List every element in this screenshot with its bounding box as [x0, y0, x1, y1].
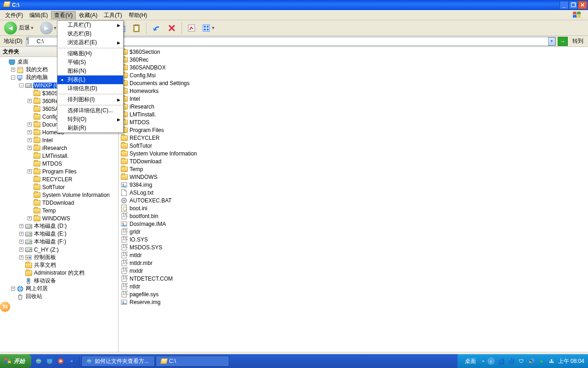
expand-toggle[interactable]: +: [11, 287, 15, 291]
menu-item[interactable]: 缩略图(H): [57, 49, 123, 58]
list-item[interactable]: 101pagefile.sys: [120, 290, 586, 298]
tree-node[interactable]: 共享文档: [1, 261, 118, 269]
close-button[interactable]: ✕: [578, 1, 587, 9]
list-item[interactable]: Intel: [120, 95, 586, 103]
tray-app1-icon[interactable]: 🟦: [498, 357, 505, 365]
tree-node[interactable]: 移动设备: [1, 277, 118, 285]
view-menu-dropdown[interactable]: 工具栏(T)▶状态栏(B)浏览器栏(E)▶缩略图(H)平铺(S)图标(N)•列表…: [57, 20, 124, 133]
tree-node[interactable]: +本地磁盘 (E:): [1, 230, 118, 238]
desktop-label[interactable]: 桌面: [461, 357, 480, 365]
expand-toggle[interactable]: +: [19, 247, 23, 252]
tree-node[interactable]: System Volume Information: [1, 191, 118, 199]
list-item[interactable]: Documents and Settings: [120, 79, 586, 87]
expand-toggle[interactable]: +: [28, 169, 32, 173]
desktop-icon[interactable]: [45, 356, 54, 366]
tray-collapse-icon[interactable]: ‹: [487, 357, 495, 365]
task-button[interactable]: C:\: [156, 356, 229, 367]
expand-toggle[interactable]: +: [28, 138, 32, 142]
tree-node[interactable]: 回收站: [1, 293, 118, 300]
list-item[interactable]: 101NTDETECT.COM: [120, 275, 586, 282]
tree-node[interactable]: +Program Files: [1, 167, 118, 175]
list-item[interactable]: 101MSDOS.SYS: [120, 243, 586, 251]
list-item[interactable]: 101IO.SYS: [120, 236, 586, 243]
views-button[interactable]: ▼: [199, 22, 218, 34]
tree-node[interactable]: +iResearch: [1, 144, 118, 152]
list-item[interactable]: WINDOWS: [120, 173, 586, 181]
list-item[interactable]: System Volume Information: [120, 150, 586, 157]
menu-item[interactable]: 详细信息(D): [57, 84, 123, 93]
menu-item[interactable]: 状态栏(B): [57, 29, 123, 38]
list-item[interactable]: Reserve.img: [120, 298, 586, 306]
menu-0[interactable]: 文件(F): [2, 11, 26, 19]
menu-item[interactable]: 平铺(S): [57, 58, 123, 67]
menu-5[interactable]: 帮助(H): [125, 11, 151, 19]
menu-1[interactable]: 编辑(E): [26, 11, 51, 19]
list-item[interactable]: MTDOS: [120, 118, 586, 126]
list-item[interactable]: AUTOEXEC.BAT: [120, 196, 586, 204]
list-item[interactable]: iResearch: [120, 103, 586, 110]
ie-icon[interactable]: [34, 356, 43, 366]
tray-expand[interactable]: »: [482, 359, 485, 363]
list-item[interactable]: Program Files: [120, 126, 586, 134]
list-item[interactable]: Temp: [120, 165, 586, 173]
list-item[interactable]: 101grldr: [120, 228, 586, 236]
list-item[interactable]: 101mxldr: [120, 267, 586, 275]
menu-item[interactable]: 图标(N): [57, 67, 123, 75]
list-item[interactable]: ASLog.txt: [120, 189, 586, 196]
tray-360-icon[interactable]: ●: [538, 357, 545, 365]
go-button[interactable]: →: [558, 37, 568, 46]
expand-toggle[interactable]: +: [19, 232, 23, 236]
maximize-button[interactable]: ❐: [569, 1, 578, 9]
tree-node[interactable]: TDDownload: [1, 199, 118, 207]
list-item[interactable]: SoftTutor: [120, 142, 586, 150]
tray-volume-icon[interactable]: 🔊: [528, 357, 535, 365]
menu-item[interactable]: 转到(O)▶: [57, 115, 123, 124]
media-icon[interactable]: [56, 356, 65, 366]
task-button[interactable]: 如何让文件夹查看方...: [81, 356, 155, 367]
list-item[interactable]: TDDownload: [120, 157, 586, 165]
list-item[interactable]: 101bootfont.bin: [120, 212, 586, 220]
expand-toggle[interactable]: +: [28, 122, 32, 126]
menu-item[interactable]: •列表(L): [57, 75, 123, 84]
list-item[interactable]: 101mtldr: [120, 251, 586, 259]
menu-4[interactable]: 工具(T): [101, 11, 125, 19]
tree-node[interactable]: +WINDOWS: [1, 214, 118, 222]
tree-node[interactable]: +Intel: [1, 136, 118, 144]
menu-item[interactable]: 排列图标(I)▶: [57, 95, 123, 104]
tray-net-icon[interactable]: 🖧: [548, 357, 555, 365]
back-button[interactable]: ◄后退▼: [2, 22, 37, 34]
tree-node[interactable]: +控制面板: [1, 253, 118, 261]
address-dropdown-button[interactable]: ▼: [548, 37, 555, 46]
expand-toggle[interactable]: -: [19, 83, 23, 87]
list-item[interactable]: RECYCLER: [120, 134, 586, 142]
list-item[interactable]: DosImage.IMA: [120, 220, 586, 228]
tray-app2-icon[interactable]: 🔵: [508, 357, 515, 365]
expand-toggle[interactable]: +: [28, 216, 32, 220]
tree-node[interactable]: MTDOS: [1, 160, 118, 167]
tree-node[interactable]: RECYCLER: [1, 175, 118, 183]
minimize-button[interactable]: _: [560, 1, 569, 9]
undo-button[interactable]: [149, 22, 164, 34]
expand-toggle[interactable]: +: [19, 224, 23, 228]
tray-shield-icon[interactable]: 🛡: [518, 357, 525, 365]
list-item[interactable]: LMTinstall.: [120, 110, 586, 118]
forward-button[interactable]: ►▼: [38, 22, 60, 34]
tree-node[interactable]: +网上邻居: [1, 285, 118, 293]
tree-node[interactable]: SoftTutor: [1, 183, 118, 191]
start-button[interactable]: 开始: [0, 354, 31, 368]
tree-node[interactable]: LMTinstall.: [1, 152, 118, 160]
menu-3[interactable]: 收藏(A): [76, 11, 101, 19]
delete-button[interactable]: [165, 22, 179, 34]
list-item[interactable]: 360Rec: [120, 56, 586, 63]
expand-toggle[interactable]: +: [28, 146, 32, 150]
expand-toggle[interactable]: +: [11, 68, 15, 72]
clock[interactable]: 上午 08:04: [558, 357, 584, 365]
paste-button[interactable]: [130, 22, 143, 34]
tree-node[interactable]: +C_HY (Z:): [1, 246, 118, 253]
list-item[interactable]: Config.Msi: [120, 71, 586, 79]
expand-toggle[interactable]: +: [19, 255, 23, 259]
expand-toggle[interactable]: +: [28, 130, 32, 134]
menu-2[interactable]: 查看(V): [51, 11, 76, 19]
list-item[interactable]: 360SANDBOX: [120, 63, 586, 71]
menu-item[interactable]: 刷新(R): [57, 124, 123, 132]
